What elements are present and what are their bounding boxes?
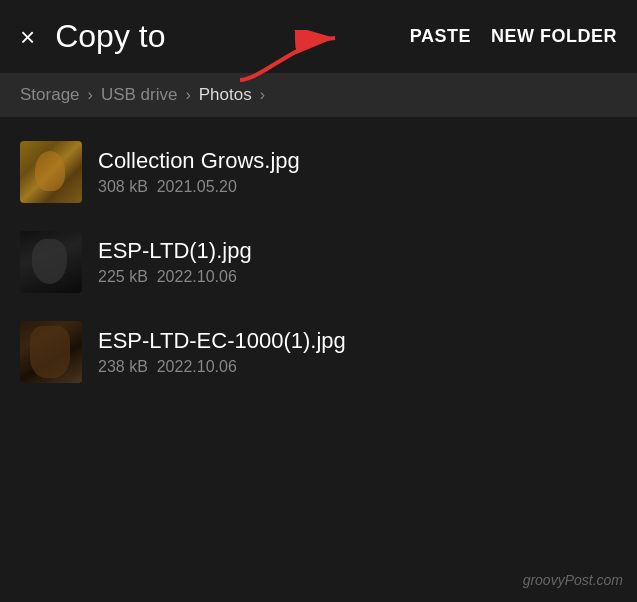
breadcrumb-sep-2: › xyxy=(185,86,190,104)
new-folder-button[interactable]: NEW FOLDER xyxy=(491,26,617,47)
file-thumbnail xyxy=(20,321,82,383)
file-info: ESP-LTD-EC-1000(1).jpg 238 kB 2022.10.06 xyxy=(98,328,617,376)
page-title: Copy to xyxy=(55,18,390,55)
file-meta: 308 kB 2021.05.20 xyxy=(98,178,617,196)
file-info: Collection Grows.jpg 308 kB 2021.05.20 xyxy=(98,148,617,196)
list-item[interactable]: ESP-LTD-EC-1000(1).jpg 238 kB 2022.10.06 xyxy=(0,307,637,397)
breadcrumb-storage[interactable]: Storage xyxy=(20,85,80,105)
header: × Copy to PASTE NEW FOLDER xyxy=(0,0,637,73)
file-info: ESP-LTD(1).jpg 225 kB 2022.10.06 xyxy=(98,238,617,286)
file-thumbnail xyxy=(20,141,82,203)
paste-button[interactable]: PASTE xyxy=(410,26,471,47)
file-name: ESP-LTD(1).jpg xyxy=(98,238,617,264)
breadcrumb-sep-1: › xyxy=(88,86,93,104)
file-list: Collection Grows.jpg 308 kB 2021.05.20 E… xyxy=(0,117,637,407)
breadcrumb-sep-3: › xyxy=(260,86,265,104)
breadcrumb-photos[interactable]: Photos xyxy=(199,85,252,105)
file-thumbnail xyxy=(20,231,82,293)
watermark: groovyPost.com xyxy=(523,572,623,588)
file-name: ESP-LTD-EC-1000(1).jpg xyxy=(98,328,617,354)
breadcrumb: Storage › USB drive › Photos › xyxy=(0,73,637,117)
file-name: Collection Grows.jpg xyxy=(98,148,617,174)
list-item[interactable]: ESP-LTD(1).jpg 225 kB 2022.10.06 xyxy=(0,217,637,307)
list-item[interactable]: Collection Grows.jpg 308 kB 2021.05.20 xyxy=(0,127,637,217)
breadcrumb-usb[interactable]: USB drive xyxy=(101,85,178,105)
file-meta: 225 kB 2022.10.06 xyxy=(98,268,617,286)
file-meta: 238 kB 2022.10.06 xyxy=(98,358,617,376)
close-button[interactable]: × xyxy=(20,24,35,50)
